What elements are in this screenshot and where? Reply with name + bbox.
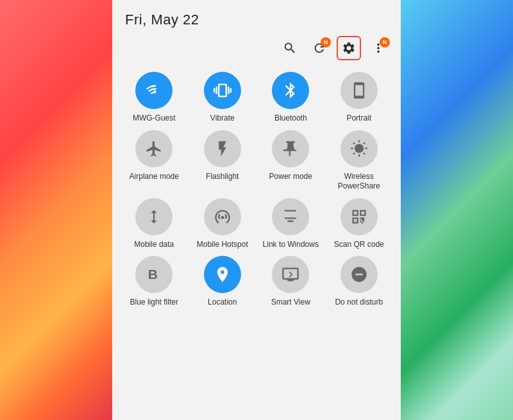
tile-blue-light[interactable]: B Blue light filter	[122, 256, 186, 308]
tile-flashlight[interactable]: Flashlight	[191, 130, 255, 192]
blue-light-icon: B	[135, 256, 172, 293]
airplane-icon	[135, 130, 172, 167]
quick-settings-panel: Fri, May 22 N N MWG-Guest	[112, 0, 401, 420]
tile-mobile-hotspot[interactable]: Mobile Hotspot	[191, 198, 255, 250]
refresh-button[interactable]: N	[307, 36, 332, 60]
tile-mobile-data[interactable]: Mobile data	[122, 198, 186, 250]
smart-view-icon	[272, 256, 309, 293]
tile-smart-view[interactable]: Smart View	[259, 256, 323, 308]
power-mode-label: Power mode	[269, 172, 312, 182]
location-icon	[204, 256, 241, 293]
mwg-guest-label: MWG-Guest	[133, 113, 176, 124]
vibrate-icon	[204, 72, 241, 109]
flashlight-label: Flashlight	[206, 172, 239, 182]
location-label: Location	[208, 298, 237, 308]
date-header: Fri, May 22	[112, 0, 401, 33]
tile-power-mode[interactable]: Power mode	[259, 130, 323, 192]
tile-vibrate[interactable]: Vibrate	[191, 72, 255, 124]
bluetooth-icon	[272, 72, 309, 109]
settings-button[interactable]	[337, 36, 361, 60]
mobile-hotspot-icon	[204, 198, 241, 235]
tiles-grid: MWG-Guest Vibrate Bluetooth Portrait	[112, 65, 401, 314]
tile-location[interactable]: Location	[191, 256, 255, 308]
refresh-badge: N	[321, 37, 331, 47]
tile-bluetooth[interactable]: Bluetooth	[259, 72, 323, 124]
power-mode-icon	[272, 130, 309, 167]
tile-scan-qr[interactable]: Scan QR code	[328, 198, 391, 250]
flashlight-icon	[204, 130, 241, 167]
more-options-button[interactable]: N	[366, 36, 391, 60]
tile-do-not-disturb[interactable]: Do not disturb	[328, 256, 391, 308]
background-left	[0, 0, 112, 420]
mwg-guest-icon	[135, 72, 172, 109]
vibrate-label: Vibrate	[210, 113, 235, 124]
mobile-data-icon	[135, 198, 172, 235]
wireless-powershare-label: Wireless PowerShare	[328, 172, 391, 192]
link-to-windows-icon	[272, 198, 309, 235]
more-badge: N	[380, 37, 390, 47]
do-not-disturb-icon	[341, 256, 378, 293]
mobile-hotspot-label: Mobile Hotspot	[197, 240, 248, 250]
tile-link-to-windows[interactable]: Link to Windows	[259, 198, 323, 250]
link-to-windows-label: Link to Windows	[263, 240, 319, 250]
tile-mwg-guest[interactable]: MWG-Guest	[122, 72, 186, 124]
tile-portrait[interactable]: Portrait	[328, 72, 391, 124]
do-not-disturb-label: Do not disturb	[335, 298, 383, 308]
tile-airplane-mode[interactable]: Airplane mode	[122, 130, 186, 192]
bluetooth-label: Bluetooth	[274, 113, 307, 124]
background-right	[401, 0, 513, 420]
portrait-label: Portrait	[346, 113, 371, 124]
portrait-icon	[341, 72, 378, 109]
tile-wireless-powershare[interactable]: Wireless PowerShare	[328, 130, 391, 192]
scan-qr-label: Scan QR code	[334, 240, 384, 250]
blue-light-label: Blue light filter	[130, 298, 178, 308]
scan-qr-icon	[341, 198, 378, 235]
wireless-powershare-icon	[341, 130, 378, 167]
top-icon-row: N N	[112, 33, 401, 65]
airplane-mode-label: Airplane mode	[130, 172, 179, 182]
mobile-data-label: Mobile data	[134, 240, 174, 250]
smart-view-label: Smart View	[271, 298, 310, 308]
svg-text:B: B	[148, 267, 158, 281]
search-button[interactable]	[278, 36, 302, 60]
